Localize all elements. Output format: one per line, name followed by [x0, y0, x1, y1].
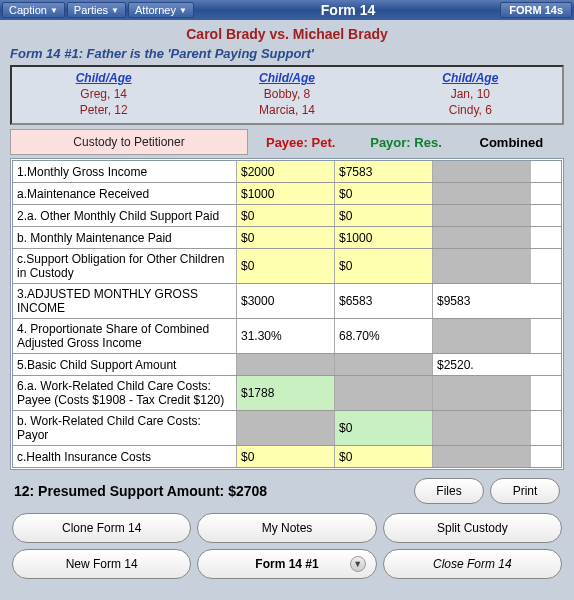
cell-payor[interactable]: $0: [335, 183, 433, 204]
col-head-combined: Combined: [459, 129, 564, 155]
table-row: 3.ADJUSTED MONTHLY GROSS INCOME$3000$658…: [13, 284, 561, 319]
child-col-head: Child/Age: [195, 71, 378, 85]
cell-payor[interactable]: $7583: [335, 161, 433, 182]
row-label: 1.Monthly Gross Income: [13, 161, 237, 182]
cell-payee[interactable]: $1788: [237, 376, 335, 410]
worksheet-grid[interactable]: 1.Monthly Gross Income$2000$7583a.Mainte…: [10, 158, 564, 470]
child-entry: Greg, 14: [12, 85, 195, 101]
cell-payee[interactable]: $0: [237, 227, 335, 248]
page-title: Form 14: [196, 2, 500, 18]
children-panel: Child/Age Greg, 14 Peter, 12 Child/Age B…: [10, 65, 564, 125]
child-col-head: Child/Age: [12, 71, 195, 85]
table-row: b. Work-Related Child Care Costs: Payor$…: [13, 411, 561, 446]
row-label: c.Health Insurance Costs: [13, 446, 237, 467]
chevron-down-icon: ▼: [50, 6, 58, 15]
caption-menu[interactable]: Caption▼: [2, 2, 65, 18]
form-subtitle: Form 14 #1: Father is the 'Parent Paying…: [10, 44, 564, 65]
custody-button[interactable]: Custody to Petitioner: [10, 129, 248, 155]
form14s-button[interactable]: FORM 14s: [500, 2, 572, 18]
cell-combined: [433, 376, 531, 410]
table-row: 6.a. Work-Related Child Care Costs: Paye…: [13, 376, 561, 411]
close-form-button[interactable]: Close Form 14: [383, 549, 562, 579]
cell-payee[interactable]: $0: [237, 249, 335, 283]
cell-combined: [433, 468, 531, 470]
cell-combined: [433, 227, 531, 248]
cell-payor: $6583: [335, 284, 433, 318]
case-title: Carol Brady vs. Michael Brady: [10, 24, 564, 44]
attorney-menu[interactable]: Attorney▼: [128, 2, 194, 18]
cell-combined: [433, 411, 531, 445]
table-row: 1.Monthly Gross Income$2000$7583: [13, 161, 561, 183]
row-label: 2.a. Other Monthly Child Support Paid: [13, 205, 237, 226]
child-entry: Cindy, 6: [379, 101, 562, 117]
row-label: 3.ADJUSTED MONTHLY GROSS INCOME: [13, 284, 237, 318]
cell-payor[interactable]: $0: [335, 411, 433, 445]
col-head-payee: Payee: Pet.: [248, 129, 353, 155]
cell-combined: [433, 161, 531, 182]
child-entry: Marcia, 14: [195, 101, 378, 117]
cell-payor: 68.70%: [335, 319, 433, 353]
cell-payor[interactable]: $0: [335, 205, 433, 226]
row-label: a.Maintenance Received: [13, 183, 237, 204]
my-notes-button[interactable]: My Notes: [197, 513, 376, 543]
cell-payor[interactable]: $0: [335, 468, 433, 470]
cell-combined: [433, 205, 531, 226]
new-form-button[interactable]: New Form 14: [12, 549, 191, 579]
cell-payee: [237, 411, 335, 445]
child-col-head: Child/Age: [379, 71, 562, 85]
cell-payee[interactable]: $0: [237, 446, 335, 467]
cell-combined: [433, 249, 531, 283]
cell-payor[interactable]: $0: [335, 446, 433, 467]
cell-combined: [433, 183, 531, 204]
table-row: c.Support Obligation for Other Children …: [13, 249, 561, 284]
cell-combined: [433, 319, 531, 353]
row-label: d. Uninsured Medical Costs: [13, 468, 237, 470]
form-selector[interactable]: Form 14 #1 ▼: [197, 549, 376, 579]
child-entry: Jan, 10: [379, 85, 562, 101]
col-head-payor: Payor: Res.: [353, 129, 458, 155]
table-row: d. Uninsured Medical Costs$0$0: [13, 468, 561, 470]
table-row: c.Health Insurance Costs$0$0: [13, 446, 561, 468]
row-label: b. Monthly Maintenance Paid: [13, 227, 237, 248]
table-row: 4. Proportionate Share of Combined Adjus…: [13, 319, 561, 354]
cell-combined: $9583: [433, 284, 531, 318]
cell-payee[interactable]: $0: [237, 468, 335, 470]
cell-payor[interactable]: $0: [335, 249, 433, 283]
row-label: 6.a. Work-Related Child Care Costs: Paye…: [13, 376, 237, 410]
cell-payee: $3000: [237, 284, 335, 318]
table-row: b. Monthly Maintenance Paid$0$1000: [13, 227, 561, 249]
cell-combined: $2520.: [433, 354, 531, 375]
cell-payor[interactable]: $1000: [335, 227, 433, 248]
row-label: b. Work-Related Child Care Costs: Payor: [13, 411, 237, 445]
clone-form-button[interactable]: Clone Form 14: [12, 513, 191, 543]
summary-amount: 12: Presumed Support Amount: $2708: [14, 483, 408, 499]
split-custody-button[interactable]: Split Custody: [383, 513, 562, 543]
cell-payee[interactable]: $0: [237, 205, 335, 226]
cell-combined: [433, 446, 531, 467]
row-label: c.Support Obligation for Other Children …: [13, 249, 237, 283]
cell-payee[interactable]: $2000: [237, 161, 335, 182]
cell-payor: [335, 376, 433, 410]
child-entry: Bobby, 8: [195, 85, 378, 101]
chevron-down-icon: ▼: [111, 6, 119, 15]
chevron-down-icon: ▼: [179, 6, 187, 15]
table-row: 2.a. Other Monthly Child Support Paid$0$…: [13, 205, 561, 227]
cell-payee[interactable]: $1000: [237, 183, 335, 204]
chevron-down-icon: ▼: [350, 556, 366, 572]
row-label: 5.Basic Child Support Amount: [13, 354, 237, 375]
child-entry: Peter, 12: [12, 101, 195, 117]
table-row: 5.Basic Child Support Amount$2520.: [13, 354, 561, 376]
row-label: 4. Proportionate Share of Combined Adjus…: [13, 319, 237, 353]
parties-menu[interactable]: Parties▼: [67, 2, 126, 18]
cell-payee: 31.30%: [237, 319, 335, 353]
cell-payee: [237, 354, 335, 375]
top-toolbar: Caption▼ Parties▼ Attorney▼ Form 14 FORM…: [0, 0, 574, 20]
print-button[interactable]: Print: [490, 478, 560, 504]
files-button[interactable]: Files: [414, 478, 484, 504]
cell-payor: [335, 354, 433, 375]
table-row: a.Maintenance Received$1000$0: [13, 183, 561, 205]
